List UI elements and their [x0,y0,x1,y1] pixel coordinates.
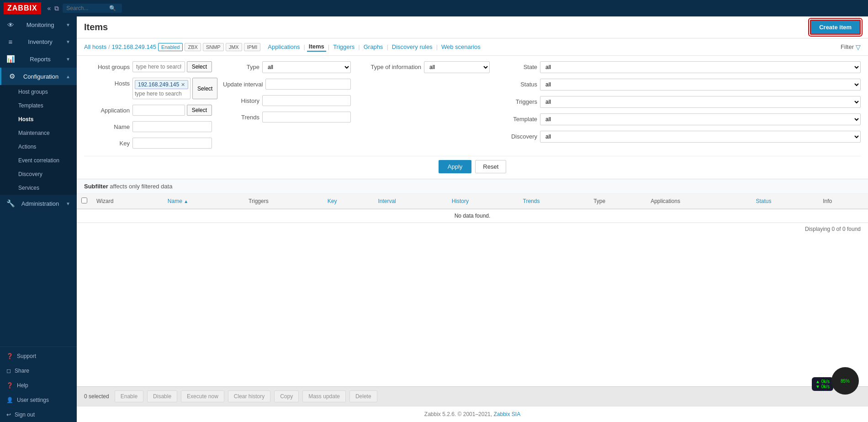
sidebar-item-event-correlation[interactable]: Event correlation [0,154,77,167]
tab-applications[interactable]: Applications [266,43,302,51]
hosts-control: 192.168.249.145 ✕ Select [132,78,217,99]
sidebar-item-monitoring[interactable]: 👁 Monitoring ▼ [0,16,77,33]
sidebar-item-maintenance[interactable]: Maintenance [0,126,77,140]
type-of-info-select[interactable]: all Numeric (unsigned) Numeric (float) C… [424,61,490,73]
trends-input[interactable] [262,112,351,123]
user-settings-icon: 👤 [6,397,13,403]
host-ip-link[interactable]: 192.168.249.145 [111,43,156,50]
snmp-badge: SNMP [203,43,224,51]
name-input[interactable] [132,121,212,132]
template-select[interactable]: all [540,113,861,125]
all-hosts-link[interactable]: All hosts [84,43,106,50]
type-of-info-control: all Numeric (unsigned) Numeric (float) C… [424,61,490,73]
monitoring-icon: 👁 [6,21,15,29]
sidebar-item-host-groups[interactable]: Host groups [0,85,77,99]
th-info: Info [818,194,868,209]
sidebar-item-discovery[interactable]: Discovery [0,167,77,181]
sidebar-item-configuration[interactable]: ⚙ Configuration ▲ [0,68,77,85]
filter-row-discovery: Discovery all Yes No [501,131,861,143]
filter-col-3: Type of information all Numeric (unsigne… [362,61,490,151]
search-input[interactable] [66,5,107,11]
th-type: Type [589,194,646,209]
table-area: Subfilter affects only filtered data Wiz… [77,179,868,386]
sidebar-item-sign-out[interactable]: ↩ Sign out [0,407,77,422]
triggers-select[interactable]: all Yes No [540,96,861,108]
speed-percentage: 85% [841,379,850,384]
tab-triggers[interactable]: Triggers [331,43,356,51]
execute-now-button[interactable]: Execute now [181,390,224,402]
sidebar-item-share[interactable]: ◻ Share [0,363,77,378]
sidebar-item-hosts[interactable]: Hosts [0,112,77,126]
sidebar-item-help[interactable]: ❓ Help [0,378,77,393]
history-input[interactable] [262,95,351,106]
application-select-button[interactable]: Select [187,105,212,116]
new-window-icon[interactable]: ⧉ [54,5,59,12]
zabbix-logo[interactable]: ZABBIX [4,2,41,14]
help-icon: ❓ [6,382,13,389]
host-tag-remove[interactable]: ✕ [181,82,185,88]
footer-company-link[interactable]: Zabbix SIA [493,411,520,417]
th-trends[interactable]: Trends [519,194,589,209]
sidebar-item-support[interactable]: ❓ Support [0,349,77,363]
th-interval[interactable]: Interval [373,194,447,209]
state-control: all Normal Not supported [540,61,861,73]
history-control [262,95,351,106]
page-title: Items [84,22,108,32]
search-icon[interactable]: 🔍 [109,5,116,11]
th-status[interactable]: Status [751,194,818,209]
th-name[interactable]: Name ▲ [163,194,244,209]
filter-toggle[interactable]: Filter ▽ [841,43,861,51]
tab-graphs[interactable]: Graphs [362,43,385,51]
create-item-button[interactable]: Create item [810,20,861,35]
application-input[interactable] [132,105,185,116]
tab-items[interactable]: Items [307,42,326,52]
key-input[interactable] [132,138,212,149]
reports-icon: 📊 [6,55,15,63]
sidebar-administration-label: Administration [21,200,59,207]
disable-button[interactable]: Disable [147,390,177,402]
sidebar-item-actions[interactable]: Actions [0,140,77,154]
clear-history-button[interactable]: Clear history [228,390,270,402]
tab-discovery-rules[interactable]: Discovery rules [390,43,434,51]
host-groups-select-button[interactable]: Select [187,61,212,72]
filter-row-type-of-info: Type of information all Numeric (unsigne… [362,61,490,73]
update-interval-input[interactable] [265,79,351,90]
hosts-select-button[interactable]: Select [192,78,217,99]
enable-button[interactable]: Enable [115,390,143,402]
select-all-header [77,194,92,209]
status-select[interactable]: all Enabled Disabled [540,79,861,91]
inventory-icon: ≡ [6,38,15,46]
th-history[interactable]: History [447,194,519,209]
trends-control [262,112,351,123]
history-label: History [223,95,259,104]
page-header: Items Create item [77,16,868,38]
collapse-icon[interactable]: « [48,5,51,12]
sidebar-item-administration[interactable]: 🔧 Administration ▼ [0,195,77,212]
sidebar-item-services[interactable]: Services [0,181,77,195]
mass-update-button[interactable]: Mass update [302,390,346,402]
reset-button[interactable]: Reset [475,160,506,173]
delete-button[interactable]: Delete [349,390,377,402]
top-search-bar: 🔍 [63,4,122,13]
sidebar-item-user-settings[interactable]: 👤 User settings [0,393,77,407]
tab-web-scenarios[interactable]: Web scenarios [439,43,482,51]
state-select[interactable]: all Normal Not supported [540,61,861,73]
sidebar-section-inventory: ≡ Inventory ▼ [0,33,77,50]
sign-out-label: Sign out [15,411,35,418]
discovery-select[interactable]: all Yes No [540,131,861,143]
sidebar-item-reports[interactable]: 📊 Reports ▼ [0,50,77,68]
th-wizard: Wizard [92,194,163,209]
sidebar-item-templates[interactable]: Templates [0,99,77,112]
type-select[interactable]: all Zabbix agent Zabbix agent (active) S… [262,61,351,73]
footer-copyright: Zabbix 5.2.6. © 2001–2021, [424,411,492,417]
host-tag-ip: 192.168.249.145 ✕ [135,80,188,89]
select-all-checkbox[interactable] [81,198,87,203]
hosts-search-input[interactable] [135,91,188,97]
inventory-arrow: ▼ [66,39,70,44]
sidebar-item-inventory[interactable]: ≡ Inventory ▼ [0,33,77,50]
apply-button[interactable]: Apply [439,160,472,173]
th-key[interactable]: Key [323,194,374,209]
copy-button[interactable]: Copy [274,390,299,402]
host-groups-input[interactable] [132,61,185,72]
name-control [132,121,212,132]
